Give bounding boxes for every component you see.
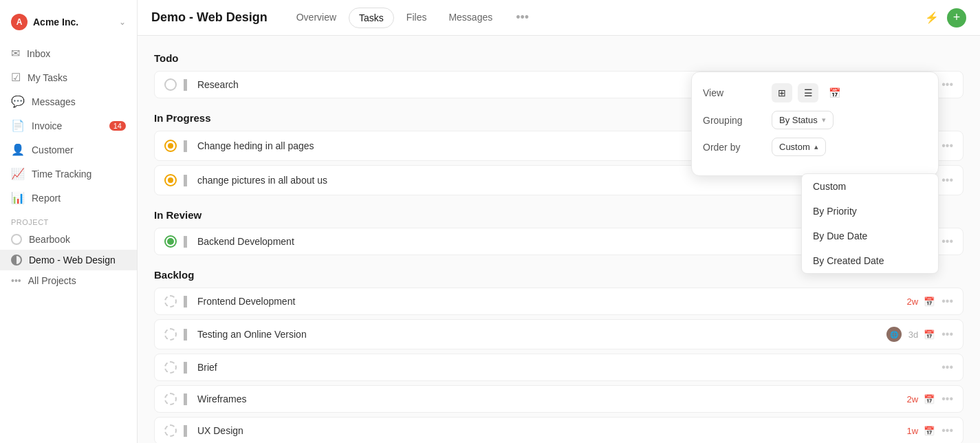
dropdown-item-by-created-date[interactable]: By Created Date <box>802 248 938 273</box>
ellipsis-icon: ••• <box>11 275 21 286</box>
invoice-icon: 📄 <box>11 119 25 132</box>
order-select[interactable]: Custom ▴ <box>772 138 826 156</box>
messages-icon: 💬 <box>11 95 25 108</box>
grouping-label: Grouping <box>703 115 772 126</box>
order-row: Order by Custom ▴ <box>703 138 927 156</box>
task-more-button[interactable]: ••• <box>941 424 953 437</box>
task-row[interactable]: ▌ UX Design 1w 📅 ••• <box>154 417 963 443</box>
task-label: Brief <box>197 362 928 373</box>
more-tabs-icon[interactable]: ••• <box>516 10 529 25</box>
tab-overview[interactable]: Overview <box>287 8 346 28</box>
task-bar-icon: ▌ <box>184 140 190 151</box>
nav-label: Customer <box>32 144 74 155</box>
sidebar-item-my-tasks[interactable]: ☑ My Tasks <box>0 65 137 89</box>
calendar-icon: 📅 <box>924 329 935 340</box>
add-task-button[interactable]: + <box>947 8 966 28</box>
task-row[interactable]: ▌ Frontend Development 2w 📅 ••• <box>154 288 963 315</box>
inbox-icon: ✉ <box>11 47 20 60</box>
grouping-row: Grouping By Status ▾ <box>703 111 927 129</box>
top-bar: Demo - Web Design OverviewTasksFilesMess… <box>138 0 980 36</box>
task-more-button[interactable]: ••• <box>941 174 953 186</box>
task-more-button[interactable]: ••• <box>941 295 953 307</box>
nav-label: Report <box>32 193 61 204</box>
tab-tasks[interactable]: Tasks <box>349 8 394 28</box>
task-status-circle <box>164 174 177 186</box>
project-item-demo-web-design[interactable]: Demo - Web Design <box>0 250 137 270</box>
report-icon: 📊 <box>11 191 25 204</box>
task-status-circle <box>164 140 177 152</box>
top-bar-right: ⚡ + <box>925 8 966 28</box>
filter-icon[interactable]: ⚡ <box>925 11 939 24</box>
company-logo: A <box>11 14 28 30</box>
project-dot <box>11 255 22 266</box>
task-more-button[interactable]: ••• <box>941 78 953 91</box>
task-status-circle <box>164 393 177 405</box>
task-row[interactable]: ▌ Brief ••• <box>154 354 963 381</box>
task-bar-icon: ▌ <box>184 362 190 373</box>
view-panel: View ⊞ ☰ 📅 Grouping By Status ▾ Order by… <box>691 72 939 176</box>
main-content: Demo - Web Design OverviewTasksFilesMess… <box>138 0 980 443</box>
task-more-button[interactable]: ••• <box>941 361 953 374</box>
page-title: Demo - Web Design <box>151 10 268 25</box>
tab-messages[interactable]: Messages <box>439 8 502 28</box>
task-row[interactable]: ▌ Wireframes 2w 📅 ••• <box>154 385 963 413</box>
task-more-button[interactable]: ••• <box>941 235 953 248</box>
chevron-up-icon: ▴ <box>814 142 818 151</box>
calendar-view-button[interactable]: 📅 <box>824 83 845 102</box>
all-projects-label: All Projects <box>28 275 76 286</box>
task-bar-icon: ▌ <box>184 393 190 404</box>
order-dropdown-menu: CustomBy PriorityBy Due DateBy Created D… <box>801 173 939 274</box>
grid-view-button[interactable]: ⊞ <box>772 83 792 102</box>
nav-label: My Tasks <box>28 72 67 83</box>
list-view-button[interactable]: ☰ <box>798 83 818 102</box>
grouping-select[interactable]: By Status ▾ <box>772 111 834 129</box>
time-tracking-icon: 📈 <box>11 167 25 180</box>
task-bar-icon: ▌ <box>184 79 190 90</box>
task-more-button[interactable]: ••• <box>941 140 953 152</box>
task-more-button[interactable]: ••• <box>941 393 953 405</box>
task-duration: 2w <box>907 296 919 307</box>
project-label: Bearbook <box>29 234 70 245</box>
sidebar-item-invoice[interactable]: 📄 Invoice 14 <box>0 114 137 138</box>
task-status-circle <box>164 424 177 437</box>
task-meta: 2w 📅 <box>907 394 935 404</box>
sidebar-item-report[interactable]: 📊 Report <box>0 186 137 210</box>
task-bar-icon: ▌ <box>184 425 190 436</box>
calendar-icon: 📅 <box>924 426 935 436</box>
project-item-bearbook[interactable]: Bearbook <box>0 229 137 250</box>
project-section-label: Project <box>0 210 137 229</box>
project-label: Demo - Web Design <box>29 255 116 266</box>
my-tasks-icon: ☑ <box>11 71 21 84</box>
order-label: Order by <box>703 142 772 153</box>
all-projects-item[interactable]: ••• All Projects <box>0 270 137 291</box>
task-row[interactable]: ▌ Testing an Online Version 🌐 3d 📅 ••• <box>154 319 963 349</box>
view-row: View ⊞ ☰ 📅 <box>703 83 927 102</box>
sidebar-item-messages[interactable]: 💬 Messages <box>0 89 137 114</box>
task-label: Backend Development <box>197 236 900 247</box>
sidebar-item-time-tracking[interactable]: 📈 Time Tracking <box>0 162 137 186</box>
nav-label: Inbox <box>27 48 50 59</box>
task-meta: 2w 📅 <box>907 296 935 307</box>
dropdown-item-by-priority[interactable]: By Priority <box>802 199 938 224</box>
company-header[interactable]: A Acme Inc. ⌄ <box>0 8 137 36</box>
task-more-button[interactable]: ••• <box>941 328 953 341</box>
sidebar-item-inbox[interactable]: ✉ Inbox <box>0 41 137 65</box>
task-meta: 1w 📅 <box>907 426 935 436</box>
task-status-circle <box>164 78 177 91</box>
task-status-circle <box>164 361 177 374</box>
sidebar-item-customer[interactable]: 👤 Customer <box>0 138 137 162</box>
task-avatar: 🌐 <box>886 327 902 342</box>
calendar-icon: 📅 <box>924 394 935 404</box>
task-bar-icon: ▌ <box>184 175 190 186</box>
chevron-down-icon: ⌄ <box>119 17 126 27</box>
dropdown-item-custom[interactable]: Custom <box>802 174 938 199</box>
dropdown-item-by-due-date[interactable]: By Due Date <box>802 224 938 248</box>
task-label: Wireframes <box>197 393 900 404</box>
task-duration: 3d <box>908 329 918 340</box>
content-area: Todo ▌ Research ••• In Progress ▌ Change… <box>138 36 980 443</box>
task-status-circle <box>164 235 177 248</box>
task-bar-icon: ▌ <box>184 296 190 307</box>
nav-label: Messages <box>32 96 76 107</box>
sidebar: A Acme Inc. ⌄ ✉ Inbox ☑ My Tasks 💬 Messa… <box>0 0 138 443</box>
tab-files[interactable]: Files <box>397 8 437 28</box>
